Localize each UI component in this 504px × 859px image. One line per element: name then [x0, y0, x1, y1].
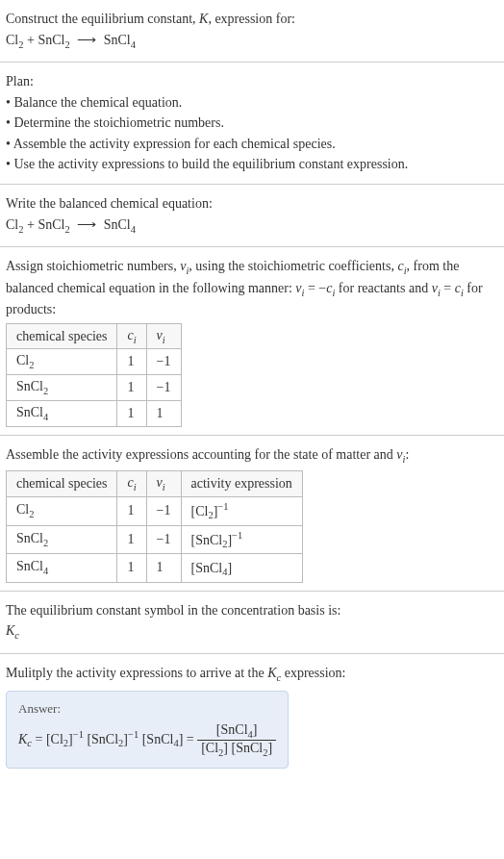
- plan-bullet-4: • Use the activity expressions to build …: [6, 155, 498, 174]
- plan-title: Plan:: [6, 72, 498, 91]
- stoich-text-a: Assign stoichiometric numbers,: [6, 259, 180, 273]
- cell-c: 1: [117, 349, 146, 375]
- prompt-prefix: Construct the equilibrium constant,: [6, 12, 199, 26]
- act-exp: −1: [217, 501, 228, 512]
- fraction: [SnCl4][Cl2] [SnCl2]: [197, 722, 276, 758]
- sp-sub: 2: [43, 538, 48, 548]
- cell-c: 1: [117, 401, 146, 427]
- cell-c: 1: [117, 497, 146, 525]
- stoich-text-b: , using the stoichiometric coefficients,: [189, 259, 397, 273]
- plan-bullet-3: • Assemble the activity expression for e…: [6, 135, 498, 154]
- bal-p1: SnCl: [104, 217, 131, 232]
- ans-t1-exp: −1: [73, 729, 84, 740]
- act-base: [SnCl: [191, 532, 223, 546]
- activity-text-b: :: [405, 447, 409, 462]
- cell-species: SnCl2: [7, 375, 117, 401]
- act-base: [Cl: [191, 504, 209, 518]
- activity-text: Assemble the activity expressions accoun…: [6, 445, 498, 467]
- stoich-text: Assign stoichiometric numbers, νi, using…: [6, 257, 498, 319]
- table-row: Cl2 1 −1 [Cl2]−1: [7, 497, 303, 525]
- hdr-nu: νi: [146, 471, 181, 497]
- equation-line: Cl2 + SnCl2 ⟶ SnCl4: [6, 31, 498, 52]
- ans-K: K: [18, 732, 27, 746]
- table-row: Cl2 1 −1: [7, 349, 182, 375]
- stoich-text-d: for reactants and: [335, 281, 431, 295]
- cell-nu: −1: [146, 525, 181, 553]
- cell-nu: −1: [146, 349, 181, 375]
- hdr-nu-sub: i: [163, 482, 165, 493]
- cell-activity: [Cl2]−1: [181, 497, 302, 525]
- hdr-species: chemical species: [7, 471, 117, 497]
- reactant-2: SnCl: [38, 33, 64, 47]
- stoich-section: Assign stoichiometric numbers, νi, using…: [0, 247, 504, 436]
- product-1-sub: 4: [131, 38, 136, 49]
- cell-species: SnCl2: [7, 525, 117, 553]
- symbol-section: The equilibrium constant symbol in the c…: [0, 592, 504, 654]
- sp-sub: 2: [43, 386, 48, 396]
- product-1: SnCl: [104, 33, 131, 47]
- reaction-arrow-icon: ⟶: [77, 31, 96, 50]
- bal-r1: Cl: [6, 217, 18, 232]
- sp: SnCl: [16, 531, 43, 545]
- balanced-title: Write the balanced chemical equation:: [6, 194, 498, 214]
- sp: SnCl: [16, 405, 43, 419]
- sp-sub: 2: [29, 360, 34, 370]
- den-a: [Cl: [201, 741, 218, 755]
- table-header-row: chemical species ci νi activity expressi…: [7, 471, 303, 497]
- plan-bullet-2: • Determine the stoichiometric numbers.: [6, 114, 498, 133]
- act-close: ]: [227, 561, 232, 575]
- mult-K: K: [267, 666, 276, 680]
- act-base: [SnCl: [191, 561, 223, 575]
- multiply-text: Mulitply the activity expressions to arr…: [6, 664, 498, 685]
- eq1-mid: = −: [304, 281, 326, 295]
- bal-r2-sub: 2: [64, 223, 69, 234]
- den-b-close: ]: [267, 741, 272, 755]
- hdr-c-sub: i: [134, 482, 137, 493]
- bal-p1-sub: 4: [131, 223, 136, 234]
- table-row: SnCl2 1 −1 [SnCl2]−1: [7, 525, 303, 553]
- ans-t1: [Cl: [46, 732, 63, 746]
- K-sym: K: [6, 623, 14, 638]
- plan-bullet-1: • Balance the chemical equation.: [6, 93, 498, 113]
- mult-a: Mulitply the activity expressions to arr…: [6, 666, 267, 680]
- cell-c: 1: [117, 554, 146, 582]
- answer-expression: Kc = [Cl2]−1 [SnCl2]−1 [SnCl4] = [SnCl4]…: [18, 722, 276, 758]
- table-row: SnCl4 1 1 [SnCl4]: [7, 554, 303, 582]
- prompt-line: Construct the equilibrium constant, K, e…: [6, 10, 498, 29]
- eq2-mid: =: [441, 281, 455, 295]
- activity-table: chemical species ci νi activity expressi…: [6, 470, 303, 582]
- num-close: ]: [253, 722, 258, 737]
- symbol-value: Kc: [6, 621, 498, 643]
- cell-species: SnCl4: [7, 401, 117, 427]
- ans-t2-exp: −1: [128, 729, 139, 740]
- ans-t3: [SnCl: [142, 732, 174, 746]
- balanced-section: Write the balanced chemical equation: Cl…: [0, 185, 504, 247]
- plus: +: [23, 33, 38, 47]
- answer-label: Answer:: [18, 701, 276, 717]
- cell-species: Cl2: [7, 497, 117, 525]
- prompt-suffix: , expression for:: [208, 12, 295, 26]
- hdr-c: ci: [117, 471, 146, 497]
- table-row: SnCl2 1 −1: [7, 375, 182, 401]
- cell-species: SnCl4: [7, 554, 117, 582]
- reactant-1: Cl: [6, 33, 18, 47]
- cell-nu: −1: [146, 375, 181, 401]
- ans-eq2: =: [183, 732, 197, 746]
- cell-activity: [SnCl2]−1: [181, 525, 302, 553]
- reactant-2-sub: 2: [64, 38, 69, 49]
- sp-sub: 4: [43, 412, 48, 422]
- cell-c: 1: [117, 525, 146, 553]
- sp: SnCl: [16, 379, 43, 393]
- hdr-species: chemical species: [7, 323, 117, 349]
- activity-section: Assemble the activity expressions accoun…: [0, 436, 504, 592]
- activity-text-a: Assemble the activity expressions accoun…: [6, 447, 396, 462]
- fraction-denominator: [Cl2] [SnCl2]: [197, 741, 276, 758]
- cell-nu: 1: [146, 401, 181, 427]
- sp-sub: 4: [43, 566, 48, 576]
- cell-species: Cl2: [7, 349, 117, 375]
- act-exp: −1: [232, 530, 242, 541]
- cell-nu: 1: [146, 554, 181, 582]
- hdr-c: ci: [117, 323, 146, 349]
- sp: Cl: [16, 502, 29, 517]
- table-header-row: chemical species ci νi: [7, 323, 182, 349]
